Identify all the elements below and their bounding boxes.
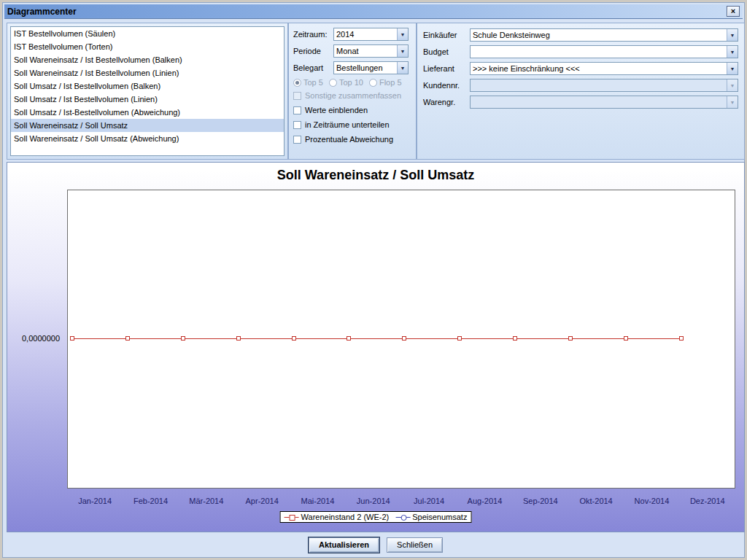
data-point-marker bbox=[402, 336, 406, 341]
x-axis-tick-label: Okt-2014 bbox=[568, 497, 624, 505]
data-point-marker bbox=[70, 336, 74, 341]
x-axis-tick-label: Mär-2014 bbox=[179, 497, 234, 505]
y-axis-tick-label: 0,0000000 bbox=[7, 334, 60, 343]
checkbox-in-zeitraeume-unterteilen[interactable]: in Zeiträume unterteilen bbox=[293, 120, 411, 129]
chevron-down-icon[interactable]: ▼ bbox=[727, 63, 738, 74]
chevron-down-icon: ▼ bbox=[727, 96, 738, 108]
data-point-marker bbox=[292, 336, 296, 341]
data-point-marker bbox=[568, 336, 573, 341]
schliessen-button[interactable]: Schließen bbox=[387, 537, 443, 553]
x-axis-tick-label: Jun-2014 bbox=[346, 497, 401, 505]
list-item[interactable]: Soll Umsatz / Ist Bestellvolumen (Linien… bbox=[11, 93, 284, 106]
kundennr-combobox: ▼ bbox=[470, 79, 738, 92]
radio-flop5: Flop 5 bbox=[369, 78, 402, 87]
x-axis-tick-label: Nov-2014 bbox=[624, 497, 679, 505]
lieferant-combobox[interactable]: >>> keine Einschränkung <<< ▼ bbox=[470, 62, 738, 75]
periode-label: Periode bbox=[293, 47, 333, 55]
zeitraum-value: 2014 bbox=[334, 28, 397, 40]
x-axis-tick-label: Mai-2014 bbox=[290, 497, 345, 505]
diagrammcenter-dialog: Diagrammcenter × IST Bestellvolumen (Säu… bbox=[0, 0, 747, 560]
list-item[interactable]: Soll Wareneinsatz / Soll Umsatz (Abweich… bbox=[11, 132, 284, 145]
chevron-down-icon[interactable]: ▼ bbox=[727, 46, 738, 58]
x-axis-tick-label: Apr-2014 bbox=[234, 497, 290, 505]
aktualisieren-button[interactable]: Aktualisieren bbox=[309, 537, 379, 553]
data-point-marker bbox=[624, 336, 628, 341]
radio-icon bbox=[329, 79, 337, 87]
checkbox-prozentuale-abweichung[interactable]: Prozentuale Abweichung bbox=[293, 135, 411, 144]
budget-label: Budget bbox=[423, 47, 470, 56]
chart-type-listbox[interactable]: IST Bestellvolumen (Säulen) IST Bestellv… bbox=[10, 26, 285, 156]
series-markers bbox=[70, 336, 684, 341]
chevron-down-icon[interactable]: ▼ bbox=[727, 29, 738, 41]
close-button[interactable]: × bbox=[727, 6, 740, 17]
list-item[interactable]: IST Bestellvolumen (Säulen) bbox=[11, 27, 284, 40]
legend-label: Wareneinstand 2 (WE-2) bbox=[301, 513, 390, 521]
checkbox-icon[interactable] bbox=[293, 136, 301, 144]
x-axis-tick-label: Feb-2014 bbox=[123, 497, 178, 505]
lieferant-label: Lieferant bbox=[423, 64, 470, 73]
chevron-down-icon[interactable]: ▼ bbox=[397, 62, 408, 74]
chart-area: Soll Wareneinsatz / Soll Umsatz 0,000000… bbox=[7, 162, 745, 532]
chart-type-list-panel: IST Bestellvolumen (Säulen) IST Bestellv… bbox=[7, 23, 288, 160]
chevron-down-icon[interactable]: ▼ bbox=[397, 28, 408, 40]
einkaeufer-label: Einkäufer bbox=[423, 31, 470, 39]
button-bar: Aktualisieren Schließen bbox=[7, 534, 745, 556]
data-point-marker bbox=[457, 336, 462, 341]
x-axis-tick-label: Jan-2014 bbox=[67, 497, 123, 505]
list-item[interactable]: Soll Umsatz / Ist-Bestellvolumen (Abweic… bbox=[11, 106, 284, 119]
window-title: Diagrammcenter bbox=[7, 7, 77, 17]
budget-combobox[interactable]: ▼ bbox=[470, 45, 738, 58]
data-point-marker bbox=[679, 336, 684, 341]
checkbox-icon[interactable] bbox=[293, 106, 301, 114]
data-point-marker bbox=[181, 336, 185, 341]
series-wareneinstand-line bbox=[70, 338, 684, 339]
radio-top5: Top 5 bbox=[293, 78, 323, 87]
list-item[interactable]: IST Bestellvolumen (Torten) bbox=[11, 40, 284, 53]
top-controls: IST Bestellvolumen (Säulen) IST Bestellv… bbox=[7, 23, 745, 160]
warengr-value bbox=[471, 96, 727, 108]
filter-panel: Zeitraum: 2014 ▼ Periode Monat ▼ Belegar… bbox=[288, 23, 417, 160]
data-point-marker bbox=[236, 336, 241, 341]
kundennr-value bbox=[471, 79, 727, 91]
radio-top10: Top 10 bbox=[329, 78, 363, 87]
radio-top10-label: Top 10 bbox=[339, 78, 363, 87]
title-bar[interactable]: Diagrammcenter × bbox=[4, 4, 743, 19]
belegart-label: Belegart bbox=[293, 63, 333, 72]
chart-title: Soll Wareneinsatz / Soll Umsatz bbox=[7, 168, 744, 183]
x-axis-labels: Jan-2014 Feb-2014 Mär-2014 Apr-2014 Mai-… bbox=[67, 497, 735, 505]
einkaeufer-combobox[interactable]: Schule Denksteinweg ▼ bbox=[470, 28, 738, 42]
checkbox-werte-einblenden[interactable]: Werte einblenden bbox=[293, 106, 411, 114]
list-item[interactable]: Soll Umsatz / Ist Bestellvolumen (Balken… bbox=[11, 79, 284, 93]
top-flop-radio-group: Top 5 Top 10 Flop 5 bbox=[293, 78, 411, 87]
list-item[interactable]: Soll Wareneinsatz / Ist Bestellvolumen (… bbox=[11, 66, 284, 79]
warengr-combobox: ▼ bbox=[470, 96, 738, 109]
budget-value bbox=[471, 46, 727, 58]
periode-combobox[interactable]: Monat ▼ bbox=[333, 44, 409, 58]
periode-value: Monat bbox=[334, 45, 397, 57]
x-axis-tick-label: Dez-2014 bbox=[680, 497, 735, 505]
chevron-down-icon[interactable]: ▼ bbox=[397, 45, 408, 57]
belegart-combobox[interactable]: Bestellungen ▼ bbox=[333, 61, 409, 74]
data-point-marker bbox=[347, 336, 351, 341]
checkbox-label: Prozentuale Abweichung bbox=[305, 135, 393, 144]
data-point-marker bbox=[125, 336, 130, 341]
selection-panel: Einkäufer Schule Denksteinweg ▼ Budget ▼… bbox=[417, 23, 745, 160]
chevron-down-icon: ▼ bbox=[727, 79, 738, 91]
legend-label: Speisenumsatz bbox=[412, 513, 467, 521]
checkbox-sonstige-zusammenfassen: Sonstige zusammenfassen bbox=[293, 91, 411, 100]
radio-flop5-label: Flop 5 bbox=[379, 78, 402, 87]
warengr-label: Warengr. bbox=[423, 98, 470, 106]
kundennr-label: Kundennr. bbox=[423, 81, 470, 90]
x-axis-tick-label: Aug-2014 bbox=[457, 497, 512, 505]
zeitraum-combobox[interactable]: 2014 ▼ bbox=[333, 28, 409, 41]
close-icon: × bbox=[731, 7, 735, 15]
lieferant-value: >>> keine Einschränkung <<< bbox=[471, 63, 727, 74]
square-marker-icon bbox=[285, 514, 299, 521]
list-item-selected[interactable]: Soll Wareneinsatz / Soll Umsatz bbox=[11, 119, 284, 132]
checkbox-icon[interactable] bbox=[293, 121, 301, 129]
legend-entry-speisenumsatz: Speisenumsatz bbox=[395, 513, 467, 521]
list-item[interactable]: Soll Wareneinsatz / Ist Bestellvolumen (… bbox=[11, 53, 284, 66]
circle-marker-icon bbox=[395, 514, 410, 521]
chart-legend: Wareneinstand 2 (WE-2) Speisenumsatz bbox=[280, 511, 472, 523]
radio-top5-label: Top 5 bbox=[303, 78, 323, 87]
